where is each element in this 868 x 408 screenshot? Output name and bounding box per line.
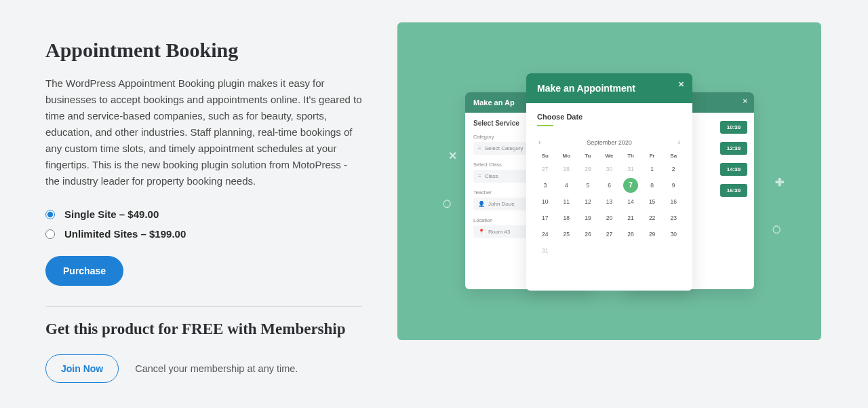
membership-title: Get this product for FREE with Membershi… [45,320,362,338]
calendar-day: 25 [557,228,576,240]
choose-date-label: Choose Date [526,103,692,121]
decor-x-icon: ✕ [448,149,457,162]
calendar-day: 31 [621,163,640,175]
calendar-dow: Sa [664,153,683,159]
calendar-day: 28 [557,163,576,175]
pricing-option-radio[interactable] [45,210,55,219]
calendar-day: 18 [557,212,576,224]
time-slot: 14:30 [720,163,747,176]
calendar-day: 20 [600,212,619,224]
calendar-day: 23 [664,212,683,224]
time-slot: 16:30 [720,184,747,197]
calendar-dow: Mo [557,153,576,159]
calendar-day: 29 [643,228,662,240]
decor-plus-icon: ✚ [775,176,784,189]
decor-circle-icon: ◯ [443,199,451,208]
calendar-dow: Su [536,153,555,159]
calendar-day: 21 [621,212,640,224]
calendar-day: 1 [643,163,662,175]
calendar-day: 11 [557,196,576,208]
decor-circle-icon: ◯ [772,225,781,234]
pricing-option-label[interactable]: Single Site – $49.00 [64,208,159,220]
calendar-day: 16 [664,196,683,208]
calendar-dow: Th [621,153,640,159]
calendar-day: 31 [536,244,555,257]
time-slot: 10:30 [720,121,747,134]
calendar-day: 30 [600,163,619,175]
calendar-day: 29 [578,163,597,175]
product-description: The WordPress Appointment Booking plugin… [45,75,362,189]
time-slot: 12:30 [720,142,747,155]
divider [45,306,362,307]
pricing-options: Single Site – $49.00Unlimited Sites – $1… [45,208,362,240]
illustration-panel-calendar: Make an Appointment ✕ Choose Date ‹ Sept… [526,73,692,291]
calendar-day: 13 [600,196,619,208]
membership-cancel-note: Cancel your membership at any time. [135,363,298,374]
panel-title-text: Make an Appointment [537,83,635,94]
calendar-day: 15 [643,196,662,208]
calendar-day: 6 [600,179,619,191]
field-text: Class [485,173,498,179]
calendar-day: 30 [664,228,683,240]
calendar-day: 2 [664,163,683,175]
calendar-day: 10 [536,196,555,208]
close-icon: ✕ [678,80,684,89]
field-text: Room #3 [488,229,510,235]
calendar-day: 27 [536,163,555,175]
calendar-day: 5 [578,179,597,191]
join-now-button[interactable]: Join Now [45,354,119,383]
close-icon: ✕ [743,98,748,105]
purchase-button[interactable]: Purchase [45,256,123,286]
list-icon: ≡ [478,145,481,151]
calendar-month-label: September 2020 [587,139,632,146]
pricing-option[interactable]: Unlimited Sites – $199.00 [45,228,362,240]
list-icon: ≡ [478,173,481,179]
calendar-day-selected: 7 [623,178,638,193]
product-illustration: ✕ ◯ ✚ ◯ Make an Ap Select Service Catego… [397,22,821,340]
calendar-day: 3 [536,179,555,191]
calendar-prev-icon: ‹ [536,138,543,146]
product-title: Appointment Booking [45,39,362,62]
calendar-dow: We [600,153,619,159]
calendar-day: 24 [536,228,555,240]
calendar-next-icon: › [675,138,683,146]
person-icon: 👤 [478,201,485,207]
panel-title: Make an Appointment ✕ [526,73,692,103]
pricing-option-label[interactable]: Unlimited Sites – $199.00 [64,228,186,240]
calendar-day: 14 [621,196,640,208]
calendar-day: 17 [536,212,555,224]
calendar-day: 9 [664,179,683,191]
pricing-option[interactable]: Single Site – $49.00 [45,208,362,220]
calendar-day: 26 [578,228,597,240]
calendar-day: 12 [578,196,597,208]
field-text: John Doue [488,201,515,207]
field-text: Select Category [485,145,524,151]
calendar-dow: Fr [643,153,662,159]
calendar-dow: Tu [578,153,597,159]
calendar-day: 28 [621,228,640,240]
calendar-day: 8 [643,179,662,191]
pin-icon: 📍 [478,229,485,235]
calendar-day: 19 [578,212,597,224]
calendar-day: 22 [643,212,662,224]
calendar-day: 27 [600,228,619,240]
pricing-option-radio[interactable] [45,229,55,239]
calendar-day: 4 [557,179,576,191]
